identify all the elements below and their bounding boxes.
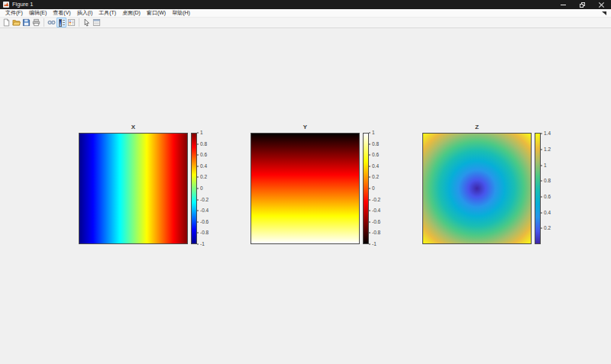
plot-y-image [251, 133, 360, 244]
colorbar-tick-mark [369, 143, 370, 144]
menu-window[interactable]: 窗口(W) [144, 9, 169, 17]
colorbar-tick-label: 1 [200, 130, 203, 136]
colorbar-tick-mark [369, 199, 370, 200]
colorbar-tick-mark [369, 133, 370, 134]
insert-colorbar-button[interactable] [57, 18, 66, 27]
plot-y-colorbar-ticks: 10.80.60.40.20-0.2-0.4-0.6-0.8-1 [369, 133, 390, 244]
menu-edit[interactable]: 编辑(E) [26, 9, 50, 17]
colorbar-tick-label: -0.6 [200, 220, 209, 225]
colorbar-tick-label: -0.8 [372, 230, 380, 236]
colorbar-tick-mark [197, 221, 199, 222]
colorbar-tick-mark [197, 166, 199, 166]
link-plot-button[interactable] [47, 18, 57, 27]
plot-z-image [422, 133, 532, 244]
colorbar-tick-label: 0.6 [200, 153, 207, 158]
colorbar-tick-mark [197, 211, 199, 211]
menu-view[interactable]: 查看(V) [50, 9, 73, 17]
restore-icon [580, 2, 585, 8]
plot-x-title: X [79, 124, 188, 130]
edit-plot-button[interactable] [82, 18, 92, 27]
colorbar-tick-label: 0.8 [372, 141, 379, 147]
plot-z-colorbar-ticks: 1.41.210.80.60.40.2 [541, 133, 562, 244]
colorbar-tick-mark [541, 228, 542, 229]
print-figure-icon [32, 18, 40, 27]
insert-legend-icon [67, 18, 76, 27]
window-title: Figure 1 [12, 0, 34, 9]
open-file-icon [12, 18, 21, 27]
colorbar-tick-label: -1 [372, 242, 377, 247]
colorbar-tick-mark [369, 244, 370, 245]
save-figure-button[interactable] [21, 18, 31, 27]
toolbar-separator [44, 18, 44, 27]
figure-toolbar [0, 18, 611, 28]
colorbar-tick-mark [541, 197, 542, 198]
plot-z-colorbar [535, 133, 541, 244]
colorbar-tick-label: 0.4 [372, 164, 379, 169]
colorbar-tick-label: 0.6 [544, 195, 551, 200]
colorbar-tick-label: 1.2 [544, 147, 551, 153]
menu-desktop[interactable]: 桌面(D) [119, 9, 144, 17]
colorbar-tick-label: 0 [200, 186, 203, 192]
colorbar-tick-mark [197, 177, 199, 178]
titlebar[interactable]: Figure 1 [0, 0, 611, 9]
colorbar-tick-mark [369, 155, 370, 156]
colorbar-tick-label: 0.4 [544, 210, 551, 215]
colorbar-tick-label: -0.4 [372, 208, 380, 214]
menu-tools[interactable]: 工具(T) [95, 9, 119, 17]
link-plot-icon [47, 18, 56, 27]
insert-colorbar-icon [59, 19, 65, 27]
colorbar-tick-mark [197, 133, 199, 134]
colorbar-tick-label: -1 [200, 242, 205, 247]
colorbar-tick-label: 0.4 [200, 164, 207, 169]
colorbar-tick-mark [369, 211, 370, 211]
menu-insert[interactable]: 插入(I) [74, 9, 96, 17]
plot-y-colorbar [363, 133, 369, 244]
matlab-figure-icon [3, 2, 9, 8]
matlab-figure-window: Figure 1 文件(F) 编辑(E) 查看(V) 插入(I) 工具(T) 桌… [0, 0, 611, 364]
colorbar-tick-mark [197, 244, 199, 245]
colorbar-tick-mark [369, 177, 370, 178]
menu-file[interactable]: 文件(F) [2, 9, 26, 17]
colorbar-tick-mark [541, 134, 542, 134]
colorbar-tick-label: 0.2 [544, 226, 551, 231]
colorbar-tick-mark [541, 212, 542, 213]
new-figure-button[interactable] [2, 18, 11, 27]
close-icon [599, 2, 604, 8]
property-inspector-icon [92, 18, 101, 27]
colorbar-tick-mark [197, 199, 199, 200]
close-button[interactable] [592, 0, 611, 9]
insert-legend-button[interactable] [66, 18, 76, 27]
minimize-button[interactable] [554, 0, 573, 9]
save-figure-icon [22, 18, 31, 27]
plot-z-title: Z [422, 124, 532, 130]
colorbar-tick-label: 0.2 [372, 175, 379, 180]
colorbar-tick-mark [369, 188, 370, 189]
colorbar-tick-label: -0.6 [372, 220, 380, 225]
colorbar-tick-label: 1.4 [544, 131, 551, 137]
open-file-button[interactable] [11, 18, 21, 27]
colorbar-tick-mark [369, 233, 370, 234]
colorbar-tick-mark [541, 150, 542, 150]
menu-help[interactable]: 帮助(H) [169, 9, 193, 17]
colorbar-tick-label: 0.8 [544, 179, 551, 184]
restore-button[interactable] [573, 0, 592, 9]
plot-x-image [79, 133, 188, 244]
colorbar-tick-mark [541, 181, 542, 182]
colorbar-tick-label: -0.8 [200, 230, 209, 236]
figure-canvas: X 10.80.60.40.20-0.2-0.4-0.6-0.8-1 Y 10.… [0, 28, 611, 364]
colorbar-tick-mark [197, 188, 199, 189]
toolbar-overflow-icon[interactable] [602, 11, 606, 15]
colorbar-tick-label: 0 [372, 186, 375, 192]
colorbar-tick-mark [369, 166, 370, 166]
toolbar-separator [79, 18, 79, 27]
colorbar-tick-label: 0.6 [372, 153, 379, 158]
colorbar-tick-label: 1 [544, 163, 547, 169]
plot-y-title: Y [251, 124, 360, 130]
colorbar-tick-mark [197, 233, 199, 234]
colorbar-tick-label: 0.2 [200, 175, 207, 180]
property-inspector-button[interactable] [92, 18, 102, 27]
colorbar-tick-label: 0.8 [200, 141, 207, 147]
colorbar-tick-label: -0.4 [200, 208, 209, 214]
print-figure-button[interactable] [31, 18, 41, 27]
colorbar-tick-label: 1 [372, 130, 375, 136]
